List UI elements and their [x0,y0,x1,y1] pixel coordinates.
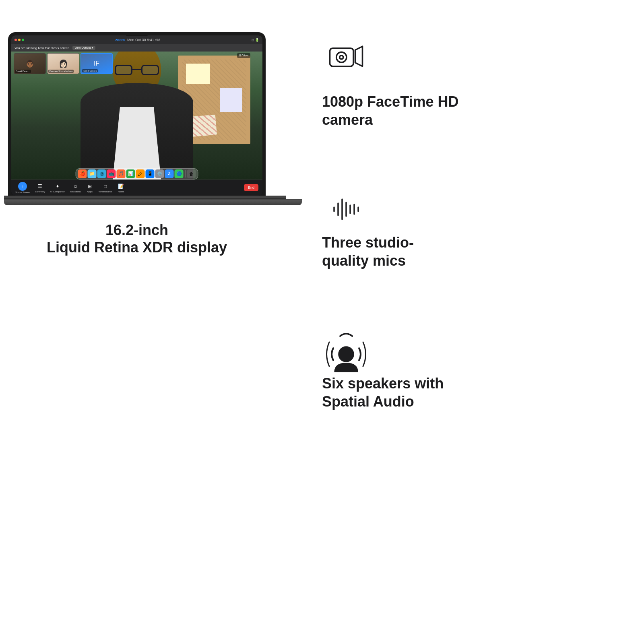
summary-icon: ☰ [36,183,44,190]
zoom-app: zoom Mon Oct 30 9:41 AM ⊞ 🔋 You are view… [11,35,262,196]
participant-name-3: Ivan Fuentes [82,69,98,72]
whiteboards-icon: □ [101,183,109,190]
zoom-main-area: 👨🏾 David Beau... 👩🏻 Carmen Sharafeldeen [11,52,262,196]
display-name: Liquid Retina XDR display [47,239,227,256]
macbook-hinge [4,196,286,199]
camera-icon [328,42,364,70]
menubar-right: ⊞ 🔋 [252,38,259,42]
ai-companion-toolbar-item[interactable]: ✦ AI Companion [50,183,65,193]
dock-separator [185,170,186,178]
left-section: zoom Mon Oct 30 9:41 AM ⊞ 🔋 You are view… [0,0,274,644]
dock-appstore[interactable]: 📱 [146,169,155,178]
whiteboards-label: Whiteboards [99,190,112,193]
svg-point-2 [336,52,347,62]
speaker-feature: Six speakers with Spatial Audio [322,326,444,411]
toolbar-left: ↑ Share Screen ☰ Summary ✦ AI Companion [15,182,125,194]
speaker-title: Six speakers with Spatial Audio [322,374,444,411]
dock-settings[interactable]: ⚙️ [155,169,164,178]
menubar-center: zoom Mon Oct 30 9:41 AM [28,38,248,42]
zoom-logo: zoom [116,38,125,42]
notes-icon: 📝 [117,183,125,190]
view-options-button[interactable]: View Options ▾ [72,46,95,50]
apps-icon: ⊞ [86,183,94,190]
ai-companion-icon: ✦ [54,183,62,190]
right-section: 1080p FaceTime HD camera Three studio- q… [274,0,644,644]
minimize-button[interactable] [18,39,21,41]
svg-rect-0 [330,48,354,66]
summary-label: Summary [35,190,45,193]
mic-icon-area [322,185,370,233]
macbook-device: zoom Mon Oct 30 9:41 AM ⊞ 🔋 You are view… [4,32,270,205]
apps-label: Apps [87,190,93,193]
close-button[interactable] [14,39,17,41]
reactions-label: Reactions [70,190,81,193]
end-call-button[interactable]: End [244,184,258,191]
dock-trash[interactable]: 🗑 [187,169,196,178]
zoom-menubar: zoom Mon Oct 30 9:41 AM ⊞ 🔋 [11,35,262,44]
participant-name-1: David Beau... [15,70,31,73]
sticky-note-2 [220,88,242,112]
macbook-notch [125,32,149,36]
dock-app1[interactable]: 🖥 [97,169,106,178]
macos-dock: 🍎 📁 🖥 📺 🎵 📊 🖊 📱 ⚙️ Z 🔵 [76,168,198,180]
speaker-title-line1: Six speakers with [322,375,444,392]
sharing-text: You are viewing Ivan Fuentes's screen [14,46,69,50]
reactions-icon: ☺ [72,183,80,190]
svg-point-3 [340,56,343,59]
mic-feature: Three studio- quality mics [322,185,414,270]
macbook-screen-bezel: zoom Mon Oct 30 9:41 AM ⊞ 🔋 You are view… [8,32,266,196]
macbook-screen: zoom Mon Oct 30 9:41 AM ⊞ 🔋 You are view… [11,35,262,196]
summary-toolbar-item[interactable]: ☰ Summary [35,183,45,193]
mic-icon [328,191,364,227]
dock-zoom[interactable]: Z [165,169,174,178]
camera-title: 1080p FaceTime HD camera [322,93,459,129]
participant-name-2: Carmen Sharafeldeen [48,70,74,73]
speaker-icon-area [322,326,370,374]
dock-files[interactable]: 📁 [88,169,97,178]
camera-icon-area [322,32,370,80]
ai-companion-label: AI Companion [50,190,65,193]
participant-thumb-1[interactable]: 👨🏾 David Beau... [14,53,46,74]
dock-music[interactable]: 🎵 [117,169,126,178]
left-caption: 16.2-inch Liquid Retina XDR display [47,221,227,256]
macbook-base [4,199,302,205]
share-screen-label: Share Screen [15,191,30,194]
person-body [80,83,193,180]
svg-marker-1 [355,46,363,66]
speaker-title-line2: Spatial Audio [322,393,414,410]
whiteboards-toolbar-item[interactable]: □ Whiteboards [99,183,112,193]
apps-toolbar-item[interactable]: ⊞ Apps [86,183,94,193]
maximize-button[interactable] [22,39,24,41]
window-controls [14,39,24,41]
share-screen-toolbar-item[interactable]: ↑ Share Screen [15,182,30,194]
dock-appletv[interactable]: 📺 [107,169,116,178]
participants-bar: 👨🏾 David Beau... 👩🏻 Carmen Sharafeldeen [11,52,262,76]
dock-numbers[interactable]: 📊 [126,169,135,178]
camera-title-line2: camera [322,111,373,128]
camera-feature: 1080p FaceTime HD camera [322,32,459,129]
display-size: 16.2-inch [47,221,227,239]
zoom-toolbar: ↑ Share Screen ☰ Summary ✦ AI Companion [11,180,262,196]
view-button[interactable]: ⊞ View [237,53,250,58]
mic-title: Three studio- quality mics [322,233,414,270]
menubar-time: Mon Oct 30 9:41 AM [127,38,160,42]
mic-title-line1: Three studio- [322,234,414,251]
dock-pages[interactable]: 🖊 [136,169,145,178]
dock-facetime[interactable]: 🔵 [175,169,184,178]
participant-thumb-2[interactable]: 👩🏻 Carmen Sharafeldeen [47,53,79,74]
notes-label: Notes [118,190,124,193]
sharing-bar: You are viewing Ivan Fuentes's screen Vi… [11,44,262,52]
participant-thumb-3[interactable]: IF Ivan Fuentes [80,53,113,74]
reactions-toolbar-item[interactable]: ☺ Reactions [70,183,81,193]
notes-toolbar-item[interactable]: 📝 Notes [117,183,125,193]
share-screen-icon: ↑ [18,182,27,191]
svg-point-11 [339,347,353,361]
mic-title-line2: quality mics [322,252,406,269]
dock-finder[interactable]: 🍎 [78,169,87,178]
speaker-icon [326,328,366,372]
camera-title-line1: 1080p FaceTime HD [322,93,459,110]
